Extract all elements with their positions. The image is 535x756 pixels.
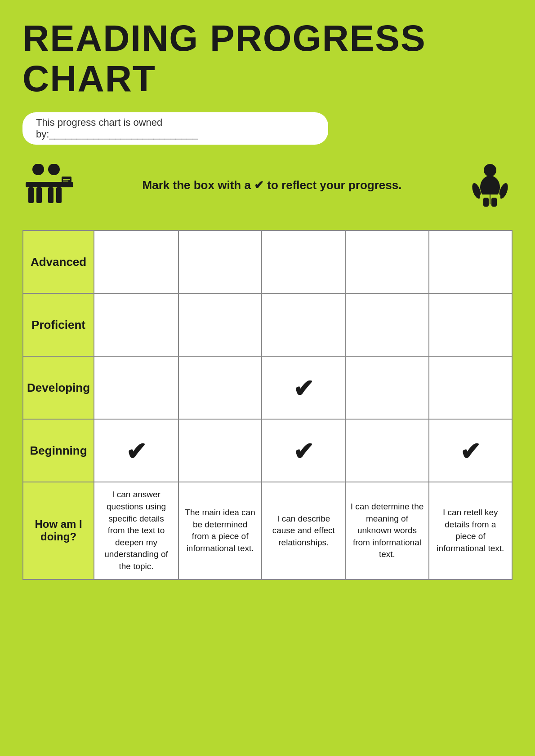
check-proficient-5[interactable]: [429, 293, 512, 356]
check-beginning-3[interactable]: ✔: [262, 419, 345, 482]
check-beginning-5[interactable]: ✔: [429, 419, 512, 482]
description-2: The main idea can be determined from a p…: [178, 482, 262, 579]
svg-rect-3: [28, 187, 34, 203]
reader-icon: [468, 163, 513, 208]
page-title: READING PROGRESS CHART: [22, 18, 513, 99]
check-advanced-1[interactable]: [94, 230, 178, 293]
check-proficient-3[interactable]: [262, 293, 345, 356]
instruction-text: Mark the box with a ✔ to reflect your pr…: [76, 178, 468, 192]
svg-rect-2: [26, 182, 73, 187]
check-developing-2[interactable]: [178, 356, 262, 419]
row-advanced: Advanced: [23, 230, 512, 293]
label-developing: Developing: [23, 356, 94, 419]
row-howami: How am I doing? I can answer questions u…: [23, 482, 512, 579]
checkmark-icon: ✔: [460, 438, 481, 465]
check-developing-3[interactable]: ✔: [262, 356, 345, 419]
description-1: I can answer questions using specific de…: [94, 482, 178, 579]
check-proficient-1[interactable]: [94, 293, 178, 356]
svg-rect-6: [56, 187, 62, 203]
description-5: I can retell key details from a piece of…: [429, 482, 512, 579]
check-advanced-5[interactable]: [429, 230, 512, 293]
check-advanced-2[interactable]: [178, 230, 262, 293]
svg-point-0: [32, 164, 44, 175]
svg-rect-17: [491, 198, 497, 207]
row-developing: Developing ✔: [23, 356, 512, 419]
svg-rect-4: [36, 187, 42, 203]
svg-rect-8: [63, 179, 70, 180]
svg-point-1: [48, 164, 60, 175]
svg-rect-9: [63, 181, 68, 181]
checkmark-icon: ✔: [293, 375, 314, 402]
check-developing-5[interactable]: [429, 356, 512, 419]
checkmark-icon: ✔: [293, 438, 314, 465]
check-beginning-4[interactable]: [345, 419, 428, 482]
check-developing-1[interactable]: [94, 356, 178, 419]
check-proficient-2[interactable]: [178, 293, 262, 356]
label-how-am-i: How am I doing?: [23, 482, 94, 579]
ownership-bar: This progress chart is owned by:________…: [22, 112, 328, 145]
check-advanced-3[interactable]: [262, 230, 345, 293]
description-3: I can describe cause and effect relation…: [262, 482, 345, 579]
label-beginning: Beginning: [23, 419, 94, 482]
teacher-icon: [22, 163, 76, 208]
svg-rect-16: [483, 198, 489, 207]
check-developing-4[interactable]: [345, 356, 428, 419]
svg-rect-5: [48, 187, 54, 203]
row-proficient: Proficient: [23, 293, 512, 356]
label-proficient: Proficient: [23, 293, 94, 356]
description-4: I can determine the meaning of unknown w…: [345, 482, 428, 579]
svg-point-10: [484, 164, 496, 177]
check-proficient-4[interactable]: [345, 293, 428, 356]
checkmark-icon: ✔: [126, 438, 147, 465]
check-advanced-4[interactable]: [345, 230, 428, 293]
label-advanced: Advanced: [23, 230, 94, 293]
progress-table: Advanced Proficient Developing ✔ Beginni…: [22, 230, 513, 579]
check-beginning-2[interactable]: [178, 419, 262, 482]
check-beginning-1[interactable]: ✔: [94, 419, 178, 482]
row-beginning: Beginning ✔ ✔ ✔: [23, 419, 512, 482]
